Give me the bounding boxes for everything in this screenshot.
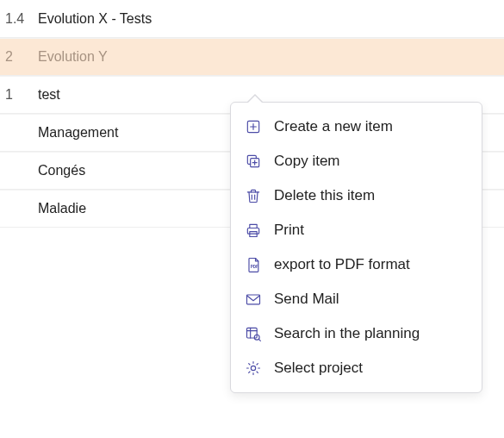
menu-item-label: Copy item — [274, 153, 340, 170]
row-label: Evolution X - Tests — [36, 11, 504, 27]
menu-item-print[interactable]: Print — [231, 213, 482, 247]
svg-point-17 — [251, 366, 255, 370]
menu-item-label: export to PDF format — [274, 256, 410, 273]
row-label: Evolution Y — [36, 49, 504, 65]
search-planning-icon — [245, 325, 262, 342]
menu-item-project[interactable]: Select project — [231, 351, 482, 385]
menu-item-search[interactable]: Search in the planning — [231, 316, 482, 351]
menu-item-label: Send Mail — [274, 291, 339, 308]
menu-item-label: Search in the planning — [274, 325, 420, 342]
menu-item-copy[interactable]: Copy item — [231, 144, 482, 178]
plus-box-icon — [245, 118, 262, 135]
menu-item-label: Delete this item — [274, 187, 375, 204]
row-number: 1 — [0, 87, 36, 103]
menu-item-mail[interactable]: Send Mail — [231, 282, 482, 316]
table-row[interactable]: 1.4 Evolution X - Tests — [0, 0, 504, 38]
row-number: 2 — [0, 49, 36, 65]
pdf-icon: PDF — [245, 256, 262, 273]
svg-rect-12 — [247, 328, 258, 338]
copy-icon — [245, 153, 262, 170]
svg-rect-11 — [247, 295, 260, 304]
menu-item-pdf[interactable]: PDF export to PDF format — [231, 247, 482, 282]
row-number: 1.4 — [0, 11, 36, 27]
menu-item-label: Create a new item — [274, 118, 393, 135]
menu-item-label: Select project — [274, 360, 363, 377]
table-row[interactable]: 2 Evolution Y — [0, 38, 504, 76]
row-label: test — [36, 87, 504, 103]
print-icon — [245, 222, 262, 239]
mail-icon — [245, 291, 262, 308]
menu-item-create[interactable]: Create a new item — [231, 110, 482, 144]
context-menu: Create a new item Copy item Delete this … — [230, 102, 482, 393]
menu-item-delete[interactable]: Delete this item — [231, 178, 482, 213]
gear-icon — [245, 360, 262, 377]
svg-text:PDF: PDF — [251, 265, 258, 269]
trash-icon — [245, 187, 262, 204]
menu-item-label: Print — [274, 222, 304, 239]
svg-line-16 — [259, 340, 261, 341]
